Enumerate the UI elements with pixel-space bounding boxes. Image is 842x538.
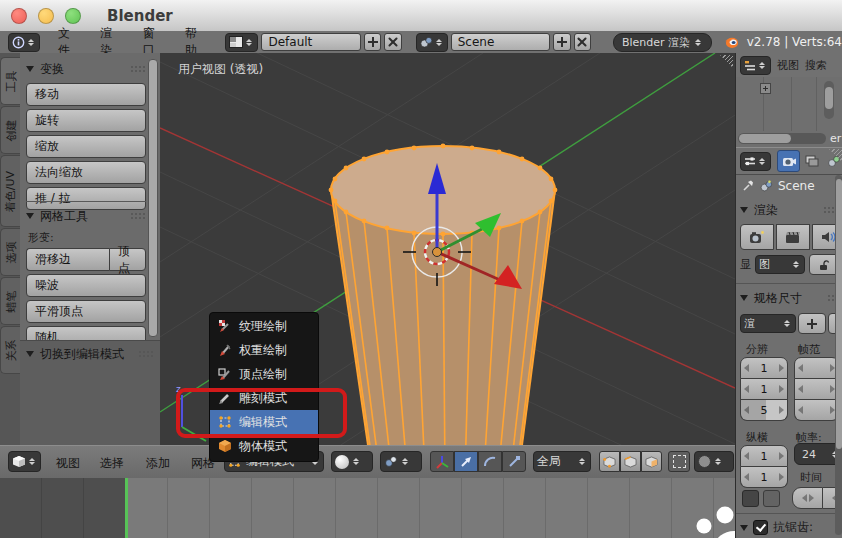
editor-type-outliner-button[interactable] [740, 56, 771, 75]
outliner-hscroll-track[interactable] [738, 133, 826, 144]
scale-button[interactable]: 缩放 [26, 135, 146, 158]
panel-grip-icon[interactable] [130, 65, 146, 73]
edge-slide-button[interactable]: 滑移边 [26, 248, 109, 271]
render-still-button[interactable] [740, 224, 774, 250]
display-mode-dropdown[interactable]: 图 [755, 255, 805, 274]
increment-icon[interactable] [779, 452, 784, 460]
outliner-vscroll-thumb[interactable] [825, 87, 833, 109]
edge-select-button[interactable] [620, 451, 641, 472]
breadcrumb-scene[interactable]: Scene [778, 179, 815, 193]
collapse-icon[interactable] [26, 351, 34, 357]
time-old-field[interactable] [792, 487, 823, 509]
resolution-x-field[interactable]: 1 [740, 357, 788, 379]
tab-render-layers[interactable] [801, 151, 822, 171]
decrement-icon[interactable] [798, 364, 803, 372]
increment-icon[interactable] [779, 406, 784, 414]
outliner-vscroll-track[interactable] [824, 81, 834, 119]
tool-shelf-scrollbar[interactable] [148, 59, 158, 337]
outliner-menu-view[interactable]: 视图 [777, 58, 799, 73]
pin-icon[interactable] [741, 179, 755, 193]
collapse-icon[interactable] [740, 525, 748, 531]
editor-type-properties-button[interactable] [740, 152, 771, 171]
close-window-button[interactable] [11, 8, 27, 24]
decrement-icon[interactable] [744, 385, 749, 393]
editor-type-3dview-button[interactable] [8, 451, 41, 472]
noise-button[interactable]: 噪波 [26, 274, 146, 297]
maximize-window-button[interactable] [65, 8, 81, 24]
tab-grease-pencil[interactable]: 蜡笔 [0, 277, 20, 325]
rotate-button[interactable]: 旋转 [26, 109, 146, 132]
decrement-icon[interactable] [744, 452, 749, 460]
tab-shading-uv[interactable]: 着色/UV [0, 155, 20, 227]
anti-aliasing-panel-header[interactable]: 抗锯齿: [740, 519, 813, 536]
scale-manipulator-button[interactable] [502, 451, 526, 472]
resolution-percentage-field[interactable]: 5 [740, 400, 788, 421]
dimensions-panel-header[interactable]: 规格尺寸 [740, 288, 839, 308]
proportional-edit-dropdown[interactable] [694, 451, 734, 472]
increment-icon[interactable] [779, 473, 784, 481]
rotate-manipulator-button[interactable] [478, 451, 502, 472]
limit-to-visible-button[interactable] [668, 451, 690, 472]
decrement-icon[interactable] [744, 473, 749, 481]
menu-item-vertex-paint[interactable]: 顶点绘制 [210, 362, 318, 386]
translate-button[interactable]: 移动 [26, 83, 146, 106]
decrement-icon[interactable] [744, 364, 749, 372]
aspect-x-field[interactable]: 1 [740, 445, 788, 467]
timeline-editor[interactable] [0, 478, 735, 538]
crop-toggle[interactable] [763, 490, 780, 507]
decrement-icon[interactable] [744, 406, 749, 414]
screen-layout-field[interactable]: Default [261, 33, 361, 51]
collapse-icon[interactable] [740, 295, 748, 301]
tab-relations[interactable]: 关系 [0, 326, 20, 374]
collapse-icon[interactable] [26, 66, 34, 72]
delete-layout-button[interactable] [384, 33, 401, 51]
tab-options[interactable]: 选项 [0, 228, 20, 276]
screen-layout-icon-button[interactable] [225, 33, 258, 52]
scene-icon-button[interactable] [416, 33, 448, 52]
render-animation-button[interactable] [776, 224, 810, 250]
decrement-icon[interactable] [802, 494, 807, 502]
aspect-y-field[interactable]: 1 [740, 467, 788, 488]
border-toggle[interactable] [742, 490, 759, 507]
increment-icon[interactable] [779, 364, 784, 372]
outliner-tree[interactable]: er [736, 77, 842, 147]
expand-icon[interactable] [760, 83, 771, 94]
increment-icon[interactable] [809, 494, 814, 502]
scene-field[interactable]: Scene [451, 33, 551, 51]
menu-view[interactable]: 视图 [56, 455, 80, 472]
menu-item-weight-paint[interactable]: 权重绘制 [210, 338, 318, 362]
frame-end-field[interactable] [794, 379, 839, 400]
properties-scrollbar-track[interactable] [835, 175, 842, 535]
outliner-hscroll-thumb[interactable] [739, 134, 791, 143]
increment-icon[interactable] [779, 385, 784, 393]
menu-select[interactable]: 选择 [100, 455, 124, 472]
smooth-vertex-button[interactable]: 平滑顶点 [26, 300, 146, 323]
decrement-icon[interactable] [798, 406, 803, 414]
vertex-slide-button[interactable]: 顶点 [109, 248, 146, 271]
anti-aliasing-checkbox[interactable] [753, 520, 768, 535]
menu-add[interactable]: 添加 [146, 455, 170, 472]
face-select-button[interactable] [641, 451, 662, 472]
tab-create[interactable]: 创建 [0, 106, 20, 154]
panel-grip-icon[interactable] [130, 212, 146, 220]
manipulator-toggle-button[interactable] [430, 451, 454, 472]
pivot-point-dropdown[interactable] [380, 451, 422, 472]
outliner-menu-search[interactable]: 搜索 [805, 58, 827, 73]
minimize-window-button[interactable] [38, 8, 54, 24]
collapse-icon[interactable] [26, 213, 34, 219]
frame-start-field[interactable] [794, 357, 839, 379]
render-panel-header[interactable]: 渲染 [740, 200, 839, 220]
render-engine-dropdown[interactable]: Blender 渲染 [613, 33, 712, 52]
delete-scene-button[interactable] [574, 33, 591, 51]
add-layout-button[interactable] [364, 33, 381, 51]
frame-step-field[interactable] [794, 400, 839, 421]
timeline-playhead[interactable] [125, 478, 128, 538]
collapse-icon[interactable] [740, 207, 748, 213]
decrement-icon[interactable] [798, 385, 803, 393]
add-preset-button[interactable] [798, 313, 826, 334]
tab-tools[interactable]: 工具 [0, 57, 20, 105]
properties-scrollbar-thumb[interactable] [836, 179, 842, 449]
tab-render-properties[interactable] [777, 150, 800, 172]
viewport-shading-dropdown[interactable] [331, 451, 373, 472]
transform-orientation-dropdown[interactable]: 全局 [533, 451, 591, 472]
